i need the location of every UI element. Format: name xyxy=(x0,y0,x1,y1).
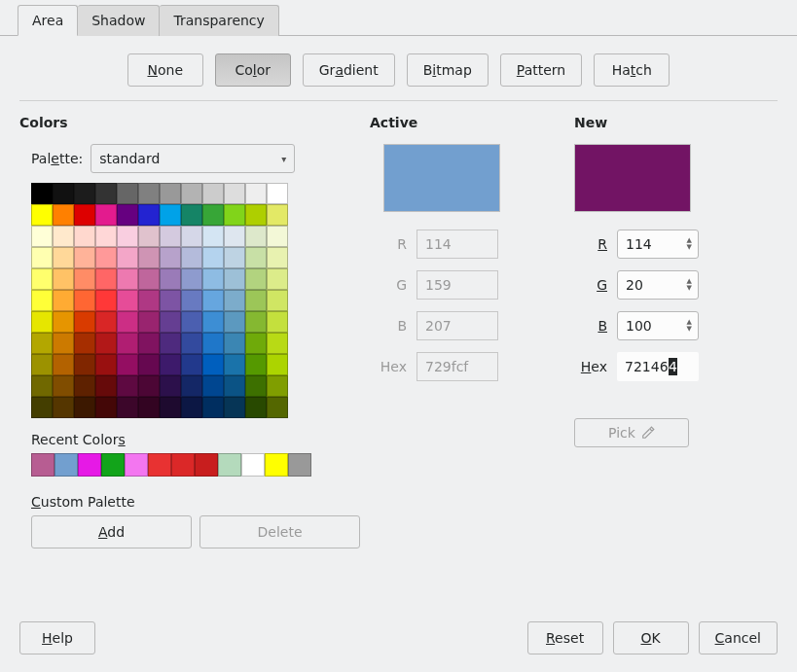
color-swatch[interactable] xyxy=(138,354,160,375)
bitmap-button[interactable]: Bitmap xyxy=(407,53,489,87)
color-swatch[interactable] xyxy=(245,226,267,247)
color-swatch[interactable] xyxy=(181,268,202,290)
color-swatch[interactable] xyxy=(74,183,95,204)
color-swatch[interactable] xyxy=(138,311,160,333)
color-swatch[interactable] xyxy=(95,204,117,226)
color-swatch[interactable] xyxy=(138,333,160,354)
color-swatch[interactable] xyxy=(31,290,53,311)
color-swatch[interactable] xyxy=(181,375,202,397)
color-swatch[interactable] xyxy=(245,397,267,418)
color-swatch[interactable] xyxy=(245,247,267,268)
color-swatch[interactable] xyxy=(95,290,117,311)
color-swatch[interactable] xyxy=(117,333,138,354)
color-swatch[interactable] xyxy=(138,204,160,226)
color-swatch[interactable] xyxy=(224,268,245,290)
color-swatch[interactable] xyxy=(95,354,117,375)
color-swatch[interactable] xyxy=(202,375,224,397)
color-swatch[interactable] xyxy=(53,183,74,204)
color-swatch[interactable] xyxy=(267,226,288,247)
color-swatch[interactable] xyxy=(160,333,181,354)
color-swatch[interactable] xyxy=(224,290,245,311)
help-button[interactable]: Help xyxy=(19,621,95,654)
color-swatch[interactable] xyxy=(160,311,181,333)
recent-color-swatch[interactable] xyxy=(101,453,125,477)
none-button[interactable]: None xyxy=(127,53,203,87)
color-swatch[interactable] xyxy=(202,204,224,226)
spinner-arrows-icon[interactable]: ▲▼ xyxy=(687,319,692,333)
recent-color-swatch[interactable] xyxy=(125,453,148,477)
color-swatch[interactable] xyxy=(202,311,224,333)
color-swatch[interactable] xyxy=(181,311,202,333)
color-swatch[interactable] xyxy=(53,397,74,418)
color-swatch[interactable] xyxy=(202,268,224,290)
color-swatch[interactable] xyxy=(160,397,181,418)
color-swatch[interactable] xyxy=(117,311,138,333)
color-swatch[interactable] xyxy=(74,333,95,354)
color-swatch[interactable] xyxy=(31,397,53,418)
color-swatch[interactable] xyxy=(95,183,117,204)
recent-color-swatch[interactable] xyxy=(241,453,265,477)
color-swatch[interactable] xyxy=(31,268,53,290)
color-swatch[interactable] xyxy=(245,204,267,226)
recent-color-swatch[interactable] xyxy=(265,453,288,477)
color-swatch[interactable] xyxy=(53,354,74,375)
recent-color-swatch[interactable] xyxy=(78,453,101,477)
color-swatch[interactable] xyxy=(95,311,117,333)
color-swatch[interactable] xyxy=(117,268,138,290)
color-swatch[interactable] xyxy=(74,397,95,418)
new-g-input[interactable]: 20 ▲▼ xyxy=(617,270,699,300)
color-swatch[interactable] xyxy=(202,354,224,375)
tab-transparency[interactable]: Transparency xyxy=(160,5,278,36)
tab-shadow[interactable]: Shadow xyxy=(78,5,160,36)
color-swatch[interactable] xyxy=(181,333,202,354)
color-swatch[interactable] xyxy=(267,397,288,418)
pick-button[interactable]: Pick xyxy=(574,418,689,447)
color-swatch[interactable] xyxy=(224,375,245,397)
color-swatch[interactable] xyxy=(138,290,160,311)
color-swatch[interactable] xyxy=(74,268,95,290)
color-swatch[interactable] xyxy=(117,247,138,268)
recent-color-swatch[interactable] xyxy=(171,453,195,477)
color-swatch[interactable] xyxy=(160,183,181,204)
color-swatch[interactable] xyxy=(224,311,245,333)
color-swatch[interactable] xyxy=(74,311,95,333)
recent-color-swatch[interactable] xyxy=(148,453,171,477)
recent-color-swatch[interactable] xyxy=(218,453,241,477)
add-button[interactable]: Add xyxy=(31,515,192,548)
color-swatch[interactable] xyxy=(224,397,245,418)
color-swatch[interactable] xyxy=(74,375,95,397)
ok-button[interactable]: OK xyxy=(613,621,689,654)
color-swatch[interactable] xyxy=(181,204,202,226)
color-swatch[interactable] xyxy=(53,290,74,311)
color-swatch[interactable] xyxy=(31,375,53,397)
color-swatch[interactable] xyxy=(53,247,74,268)
color-swatch[interactable] xyxy=(160,226,181,247)
color-swatch[interactable] xyxy=(31,311,53,333)
color-swatch[interactable] xyxy=(138,183,160,204)
color-swatch[interactable] xyxy=(267,268,288,290)
color-swatch[interactable] xyxy=(117,397,138,418)
color-swatch[interactable] xyxy=(267,204,288,226)
color-swatch[interactable] xyxy=(224,354,245,375)
color-swatch[interactable] xyxy=(117,375,138,397)
color-swatch[interactable] xyxy=(95,226,117,247)
color-swatch[interactable] xyxy=(267,375,288,397)
color-swatch[interactable] xyxy=(160,204,181,226)
color-swatch[interactable] xyxy=(53,226,74,247)
color-swatch[interactable] xyxy=(160,268,181,290)
color-swatch[interactable] xyxy=(245,354,267,375)
color-swatch[interactable] xyxy=(181,226,202,247)
color-swatch[interactable] xyxy=(95,375,117,397)
color-swatch[interactable] xyxy=(31,354,53,375)
color-swatch[interactable] xyxy=(74,290,95,311)
color-swatch[interactable] xyxy=(267,311,288,333)
color-swatch[interactable] xyxy=(95,247,117,268)
color-swatch[interactable] xyxy=(202,226,224,247)
color-swatch[interactable] xyxy=(31,226,53,247)
tab-area[interactable]: Area xyxy=(18,5,78,36)
color-swatch[interactable] xyxy=(224,333,245,354)
color-swatch[interactable] xyxy=(117,290,138,311)
color-swatch[interactable] xyxy=(74,354,95,375)
color-swatch[interactable] xyxy=(202,247,224,268)
color-swatch[interactable] xyxy=(95,333,117,354)
